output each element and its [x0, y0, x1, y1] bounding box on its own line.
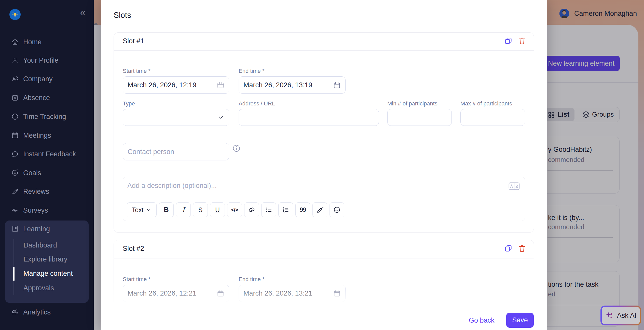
sidebar-item-meetings[interactable]: Meetings [11, 130, 51, 141]
chevron-down-icon [217, 114, 224, 121]
sidebar-item-dashboard[interactable]: Dashboard [23, 240, 57, 250]
min-participants-label: Min # of participants [387, 100, 437, 107]
sidebar-item-label: Absence [23, 94, 50, 102]
sidebar-subitem-label: Manage content [23, 270, 73, 278]
contact-info-icon[interactable] [232, 144, 241, 153]
slot-1-contact-person-input[interactable] [123, 143, 229, 160]
sidebar: « Home Your Profile Company [0, 0, 94, 330]
end-time-label: End time * [239, 276, 265, 283]
emoji-button[interactable] [330, 202, 344, 217]
sidebar-item-label: Meetings [23, 132, 51, 140]
sidebar-subitem-label: Explore library [23, 255, 67, 263]
sidebar-item-absence[interactable]: Absence [11, 92, 50, 103]
address-url-label: Address / URL [239, 100, 275, 107]
sidebar-item-label: Learning [23, 225, 50, 233]
end-time-label: End time * [239, 68, 265, 74]
users-icon [11, 75, 19, 83]
highlight-button[interactable] [312, 202, 327, 217]
type-label: Type [123, 100, 135, 107]
lightbulb-icon [11, 11, 19, 18]
slot-1-type-select[interactable] [123, 109, 229, 126]
ordered-list-icon [282, 206, 289, 213]
sidebar-item-company[interactable]: Company [11, 73, 53, 85]
trash-icon [518, 244, 526, 252]
start-time-value: March 26, 2026, 12:19 [128, 81, 196, 89]
slot-1-end-time-field[interactable]: March 26, 2026, 13:19 [239, 76, 346, 94]
sidebar-item-label: Your Profile [23, 57, 59, 64]
italic-button[interactable]: I [176, 202, 191, 217]
app-root: Cameron Monaghan New learning element Li… [0, 0, 644, 330]
book-icon [11, 225, 19, 233]
translate-icon[interactable] [508, 181, 520, 192]
strikethrough-button[interactable]: S [193, 202, 208, 217]
page-title: Slots [114, 11, 131, 20]
sidebar-collapse-button[interactable]: « [80, 8, 85, 17]
slot-2-title: Slot #2 [123, 245, 144, 253]
blockquote-button[interactable]: 99 [295, 202, 310, 217]
end-time-value: March 26, 2026, 13:19 [243, 81, 312, 89]
sidebar-item-manage-content[interactable]: Manage content [23, 268, 73, 279]
home-icon [11, 38, 19, 46]
sidebar-item-learning[interactable]: Learning [11, 223, 50, 235]
smiley-icon [333, 206, 340, 213]
activity-icon [11, 206, 19, 214]
sidebar-item-surveys[interactable]: Surveys [11, 205, 48, 216]
copy-icon [504, 37, 512, 45]
ask-ai-label: Ask AI [617, 312, 637, 320]
sidebar-item-label: Goals [23, 169, 41, 177]
sidebar-item-analytics[interactable]: Analytics [11, 307, 51, 318]
slot-1-address-input[interactable] [239, 109, 379, 126]
sidebar-item-label: Time Tracking [23, 113, 66, 121]
chevron-down-icon [146, 207, 152, 213]
sidebar-item-home[interactable]: Home [11, 36, 42, 48]
sidebar-item-approvals[interactable]: Approvals [23, 283, 54, 293]
content-fade [101, 283, 546, 309]
sidebar-item-your-profile[interactable]: Your Profile [11, 55, 59, 66]
slot-1-min-participants-input[interactable] [387, 109, 452, 126]
sidebar-item-explore-library[interactable]: Explore library [23, 254, 67, 264]
target-icon [11, 169, 19, 177]
start-time-label: Start time * [123, 68, 150, 74]
app-logo[interactable] [9, 9, 21, 20]
calendar-icon [333, 81, 341, 89]
copy-icon [504, 244, 512, 252]
calendar-icon [11, 131, 19, 140]
sidebar-item-instant-feedback[interactable]: Instant Feedback [11, 148, 76, 160]
slot-2-duplicate-button[interactable] [504, 244, 513, 253]
slot-1-delete-button[interactable] [517, 36, 527, 45]
bold-button[interactable]: B [159, 202, 174, 217]
code-button[interactable]: </> [227, 202, 242, 217]
slot-2-delete-button[interactable] [517, 244, 527, 253]
ordered-list-button[interactable] [278, 202, 293, 217]
start-time-label: Start time * [123, 276, 150, 283]
description-placeholder: Add a description (optional)... [127, 182, 217, 190]
sidebar-item-time-tracking[interactable]: Time Tracking [11, 111, 66, 122]
layers-icon [582, 111, 590, 119]
underline-button[interactable]: U [210, 202, 225, 217]
sparkles-icon [605, 311, 614, 320]
slot-1-max-participants-input[interactable] [460, 109, 525, 126]
sidebar-subitem-label: Approvals [23, 284, 54, 292]
calendar-icon [217, 81, 224, 89]
sidebar-item-label: Home [23, 38, 42, 46]
sidebar-item-reviews[interactable]: Reviews [11, 186, 49, 197]
sidebar-item-label: Surveys [23, 207, 48, 214]
sidebar-item-goals[interactable]: Goals [11, 167, 41, 178]
chat-icon [11, 150, 19, 158]
ask-ai-button[interactable]: Ask AI [600, 306, 641, 325]
max-participants-label: Max # of participants [460, 100, 512, 107]
save-button[interactable]: Save [506, 313, 534, 328]
trash-icon [518, 37, 526, 45]
link-button[interactable] [244, 202, 259, 217]
slot-1-start-time-field[interactable]: March 26, 2026, 12:19 [123, 76, 229, 94]
bullet-list-icon [265, 206, 272, 213]
slot-1-duplicate-button[interactable] [504, 36, 513, 45]
go-back-button[interactable]: Go back [469, 317, 495, 324]
grid-icon [547, 111, 555, 119]
text-style-dropdown[interactable]: Text [127, 202, 157, 217]
clock-icon [11, 113, 19, 121]
bullet-list-button[interactable] [261, 202, 276, 217]
sidebar-item-label: Reviews [23, 188, 49, 196]
highlighter-icon [316, 206, 323, 213]
calendar-x-icon [11, 94, 19, 102]
